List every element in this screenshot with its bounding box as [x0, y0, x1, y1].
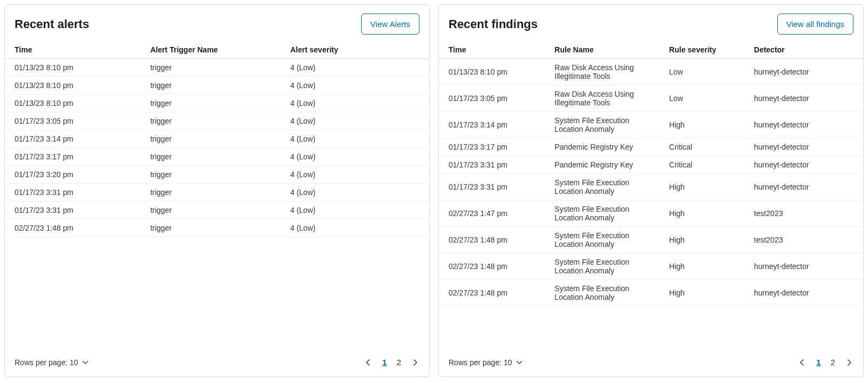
table-row[interactable]: 01/17/23 3:31 pmSystem File Execution Lo…	[439, 174, 863, 200]
cell-severity: 4 (Low)	[285, 130, 429, 148]
alerts-footer: Rows per page: 10 12	[5, 350, 429, 377]
cell-rule: System File Execution Location Anomaly	[549, 280, 663, 306]
cell-detector: hurneyt-detector	[749, 174, 863, 200]
table-row[interactable]: 01/17/23 3:14 pmSystem File Execution Lo…	[439, 112, 863, 138]
findings-title: Recent findings	[449, 17, 538, 31]
cell-time: 02/27/23 1:48 pm	[439, 253, 549, 280]
alerts-table: Time Alert Trigger Name Alert severity 0…	[5, 41, 429, 237]
page-number[interactable]: 1	[816, 358, 820, 367]
cell-severity: 4 (Low)	[285, 148, 429, 166]
alerts-col-severity[interactable]: Alert severity	[285, 41, 429, 59]
findings-col-rule[interactable]: Rule Name	[549, 41, 663, 59]
alerts-title: Recent alerts	[15, 17, 89, 31]
cell-time: 02/27/23 1:48 pm	[439, 227, 549, 253]
cell-trigger: trigger	[145, 95, 284, 112]
cell-time: 01/17/23 3:05 pm	[5, 112, 145, 130]
table-row[interactable]: 01/17/23 3:14 pmtrigger4 (Low)	[5, 130, 429, 148]
cell-trigger: trigger	[145, 130, 284, 148]
cell-time: 01/13/23 8:10 pm	[5, 77, 145, 95]
findings-col-time[interactable]: Time	[439, 41, 549, 59]
table-row[interactable]: 01/17/23 3:31 pmtrigger4 (Low)	[5, 201, 429, 219]
cell-time: 01/17/23 3:31 pm	[439, 156, 549, 174]
cell-severity: 4 (Low)	[285, 112, 429, 130]
table-row[interactable]: 02/27/23 1:48 pmSystem File Execution Lo…	[439, 253, 863, 280]
alerts-pagination: 12	[364, 358, 419, 367]
page-number[interactable]: 1	[382, 358, 386, 367]
cell-time: 01/17/23 3:14 pm	[5, 130, 145, 148]
findings-panel-header: Recent findings View all findings	[439, 5, 863, 41]
cell-detector: hurneyt-detector	[749, 156, 863, 174]
cell-severity: High	[664, 112, 749, 138]
cell-detector: hurneyt-detector	[749, 253, 863, 280]
table-row[interactable]: 02/27/23 1:47 pmSystem File Execution Lo…	[439, 200, 863, 227]
alerts-rows-per-page[interactable]: Rows per page: 10	[15, 358, 89, 367]
alerts-col-trigger[interactable]: Alert Trigger Name	[145, 41, 284, 59]
findings-col-severity[interactable]: Rule severity	[664, 41, 749, 59]
cell-detector: hurneyt-detector	[749, 280, 863, 306]
table-row[interactable]: 01/17/23 3:17 pmPandemic Registry KeyCri…	[439, 138, 863, 156]
prev-page-button[interactable]	[798, 358, 806, 367]
table-row[interactable]: 02/27/23 1:48 pmSystem File Execution Lo…	[439, 227, 863, 253]
prev-page-button[interactable]	[364, 358, 372, 367]
cell-detector: hurneyt-detector	[749, 112, 863, 138]
cell-severity: Low	[664, 59, 749, 85]
next-page-button[interactable]	[845, 358, 853, 367]
alerts-col-time[interactable]: Time	[5, 41, 145, 59]
view-findings-button[interactable]: View all findings	[777, 14, 853, 35]
cell-trigger: trigger	[145, 77, 284, 95]
cell-time: 01/17/23 3:31 pm	[439, 174, 549, 200]
table-row[interactable]: 01/17/23 3:17 pmtrigger4 (Low)	[5, 148, 429, 166]
findings-table: Time Rule Name Rule severity Detector 01…	[439, 41, 863, 306]
cell-rule: Pandemic Registry Key	[549, 138, 663, 156]
cell-time: 01/17/23 3:31 pm	[5, 201, 145, 219]
table-row[interactable]: 02/27/23 1:48 pmSystem File Execution Lo…	[439, 280, 863, 306]
cell-severity: 4 (Low)	[285, 95, 429, 112]
cell-rule: Raw Disk Access Using Illegitimate Tools	[549, 59, 663, 85]
cell-trigger: trigger	[145, 59, 284, 77]
next-page-button[interactable]	[411, 358, 419, 367]
view-alerts-button[interactable]: View Alerts	[361, 14, 419, 35]
findings-col-detector[interactable]: Detector	[749, 41, 863, 59]
chevron-down-icon	[516, 359, 523, 366]
cell-detector: hurneyt-detector	[749, 85, 863, 112]
alerts-panel: Recent alerts View Alerts Time Alert Tri…	[4, 4, 430, 377]
cell-rule: System File Execution Location Anomaly	[549, 112, 663, 138]
findings-footer: Rows per page: 10 12	[439, 350, 863, 377]
cell-rule: Raw Disk Access Using Illegitimate Tools	[549, 85, 663, 112]
table-row[interactable]: 01/17/23 3:05 pmRaw Disk Access Using Il…	[439, 85, 863, 112]
cell-severity: 4 (Low)	[285, 166, 429, 184]
cell-time: 01/17/23 3:31 pm	[5, 184, 145, 201]
table-row[interactable]: 01/17/23 3:05 pmtrigger4 (Low)	[5, 112, 429, 130]
cell-detector: hurneyt-detector	[749, 138, 863, 156]
cell-rule: System File Execution Location Anomaly	[549, 200, 663, 227]
cell-trigger: trigger	[145, 166, 284, 184]
cell-rule: System File Execution Location Anomaly	[549, 253, 663, 280]
cell-trigger: trigger	[145, 219, 284, 237]
table-row[interactable]: 01/17/23 3:31 pmtrigger4 (Low)	[5, 184, 429, 201]
cell-severity: 4 (Low)	[285, 219, 429, 237]
cell-severity: Low	[664, 85, 749, 112]
findings-rows-per-page[interactable]: Rows per page: 10	[449, 358, 523, 367]
cell-time: 01/17/23 3:17 pm	[5, 148, 145, 166]
table-row[interactable]: 01/13/23 8:10 pmtrigger4 (Low)	[5, 77, 429, 95]
page-number[interactable]: 2	[397, 358, 401, 367]
cell-time: 01/17/23 3:20 pm	[5, 166, 145, 184]
table-row[interactable]: 01/13/23 8:10 pmtrigger4 (Low)	[5, 95, 429, 112]
cell-severity: High	[664, 280, 749, 306]
table-row[interactable]: 01/13/23 8:10 pmtrigger4 (Low)	[5, 59, 429, 77]
table-row[interactable]: 01/17/23 3:31 pmPandemic Registry KeyCri…	[439, 156, 863, 174]
cell-time: 02/27/23 1:48 pm	[5, 219, 145, 237]
findings-rows-per-page-label: Rows per page: 10	[449, 358, 512, 367]
cell-detector: test2023	[749, 227, 863, 253]
cell-severity: High	[664, 174, 749, 200]
table-row[interactable]: 01/13/23 8:10 pmRaw Disk Access Using Il…	[439, 59, 863, 85]
alerts-rows-per-page-label: Rows per page: 10	[15, 358, 78, 367]
cell-time: 01/13/23 8:10 pm	[439, 59, 549, 85]
cell-trigger: trigger	[145, 201, 284, 219]
cell-severity: High	[664, 227, 749, 253]
table-row[interactable]: 01/17/23 3:20 pmtrigger4 (Low)	[5, 166, 429, 184]
alerts-panel-header: Recent alerts View Alerts	[5, 5, 429, 41]
table-row[interactable]: 02/27/23 1:48 pmtrigger4 (Low)	[5, 219, 429, 237]
cell-time: 01/17/23 3:14 pm	[439, 112, 549, 138]
page-number[interactable]: 2	[831, 358, 835, 367]
